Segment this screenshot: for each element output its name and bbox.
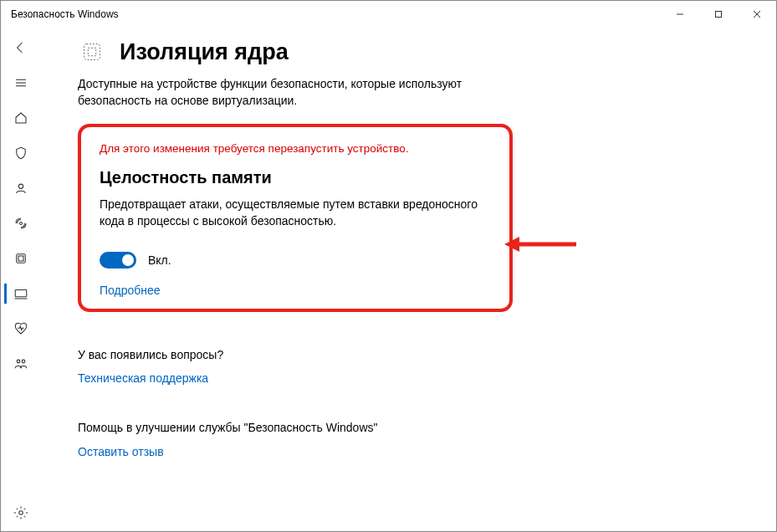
svg-rect-10 [18,256,23,261]
nav-settings[interactable] [4,496,38,529]
svg-point-14 [22,360,25,363]
svg-marker-19 [504,237,519,252]
titlebar: Безопасность Windows [1,1,776,28]
memory-integrity-section: Для этого изменения требуется перезапуст… [78,124,513,312]
annotation-arrow [503,232,578,257]
nav-firewall[interactable] [4,207,38,240]
maximize-button[interactable] [699,1,738,28]
minimize-button[interactable] [661,1,699,28]
window-frame: Безопасность Windows [0,0,777,532]
memory-integrity-toggle-row: Вкл. [100,252,491,269]
svg-rect-9 [17,254,26,263]
toggle-state-label: Вкл. [148,253,171,267]
nav-device-security[interactable] [4,277,38,310]
help-questions-section: У вас появились вопросы? Техническая под… [78,347,513,386]
back-button[interactable] [4,31,38,64]
tech-support-link[interactable]: Техническая поддержка [78,371,513,385]
svg-rect-16 [84,44,100,60]
svg-point-13 [17,360,20,363]
page-title: Изоляция ядра [120,39,289,65]
restart-required-message: Для этого изменения требуется перезапуст… [100,142,491,155]
help-improve-section: Помощь в улучшении службы "Безопасность … [78,420,513,458]
svg-rect-17 [88,48,95,55]
improve-heading: Помощь в улучшении службы "Безопасность … [78,420,513,437]
svg-rect-1 [716,12,722,18]
nav-device-health[interactable] [4,312,38,345]
window-title: Безопасность Windows [11,8,119,20]
nav-account-protection[interactable] [4,171,38,205]
close-button[interactable] [738,1,776,28]
questions-heading: У вас появились вопросы? [78,347,513,364]
sidebar [1,28,41,531]
page-header: Изоляция ядра [78,38,743,66]
nav-home[interactable] [4,101,38,135]
learn-more-link[interactable]: Подробнее [100,284,491,297]
memory-integrity-title: Целостность памяти [100,168,491,187]
memory-integrity-description: Предотвращает атаки, осуществляемые путе… [100,196,484,230]
window-controls [661,1,776,28]
svg-point-15 [19,511,23,515]
nav-app-control[interactable] [4,242,38,275]
menu-button[interactable] [4,66,38,100]
page-description: Доступные на устройстве функции безопасн… [78,76,513,109]
body: Изоляция ядра Доступные на устройстве фу… [1,28,776,531]
feedback-link[interactable]: Оставить отзыв [78,445,513,458]
svg-rect-11 [15,290,27,297]
svg-point-8 [20,223,23,225]
cpu-icon [78,38,106,66]
svg-point-7 [18,184,23,188]
content-area: Изоляция ядра Доступные на устройстве фу… [41,28,776,531]
nav-virus-protection[interactable] [4,136,38,170]
memory-integrity-toggle[interactable] [100,252,136,269]
nav-family-options[interactable] [4,347,38,381]
